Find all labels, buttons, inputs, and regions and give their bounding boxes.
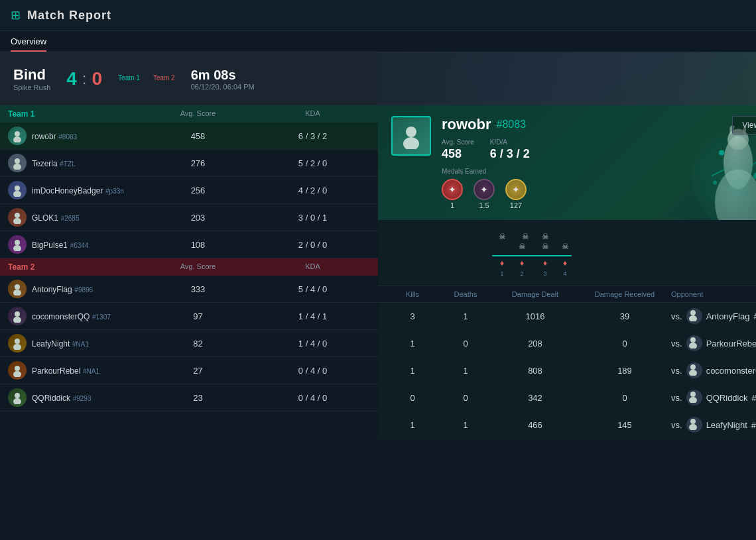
svg-text:☠: ☠: [498, 232, 505, 241]
team2-player-row[interactable]: LeafyNight #NA1 82 1 / 4 / 0: [0, 330, 378, 357]
player-tag: #TZL: [60, 160, 75, 168]
svg-point-52: [689, 315, 697, 321]
player-avatar: [8, 307, 27, 325]
team1-label: Team 1: [118, 74, 140, 81]
player-score: 256: [141, 186, 255, 195]
player-kda: 5 / 2 / 0: [255, 158, 370, 168]
score-labels: Team 1 Team 2: [118, 74, 175, 81]
medal-icon-3: ✦: [505, 179, 527, 200]
medal-3: ✦ 127: [505, 179, 527, 209]
player-name: BigPulse1: [32, 241, 68, 250]
player-name: imDocHoneyBadger: [32, 186, 103, 195]
stat-deaths: 1: [439, 366, 492, 376]
opponent-tag: #9896: [753, 311, 756, 321]
player-score: 27: [141, 366, 255, 376]
svg-point-11: [13, 290, 21, 296]
team2-players: AntonyFlag #9896 333 5 / 4 / 0 cocomonst…: [0, 276, 378, 411]
stat-dmg-dealt: 1016: [492, 311, 578, 321]
svg-text:☠: ☠: [518, 242, 525, 251]
player-tag: #6344: [70, 242, 89, 249]
player-kda: 0 / 4 / 0: [255, 393, 370, 403]
stats-table-row: 1 1 808 189 vs. cocomonsterQQ #1307: [378, 357, 756, 384]
team1-player-row[interactable]: BigPulse1 #6344 108 2 / 0 / 0: [0, 231, 378, 258]
team2-player-row[interactable]: QQRiddick #9293 23 0 / 4 / 0: [0, 384, 378, 411]
stat-kills: 1: [386, 420, 439, 430]
player-name-row: rowobr #8083: [442, 116, 756, 133]
svg-point-2: [15, 158, 20, 164]
vs-label: vs.: [671, 366, 682, 376]
medal-1: ✦ 1: [442, 179, 463, 209]
player-stats-row: Avg. Score 458 K/D/A 6 / 3 / 2: [442, 138, 756, 161]
player-card-header: rowobr #8083 Avg. Score 458 K/D/A 6 / 3 …: [378, 105, 756, 220]
svg-point-16: [15, 366, 20, 371]
player-tag: #8083: [58, 133, 77, 140]
team1-player-row[interactable]: rowobr #8083 458 6 / 3 / 2: [0, 123, 378, 150]
opponent-cell: vs. ParkourRebel #NA1: [671, 335, 756, 351]
tab-overview[interactable]: Overview: [11, 31, 46, 52]
player-info: rowobr #8083: [8, 127, 141, 145]
left-panel: Team 1 Avg. Score KDA rowobr #8083 458 6…: [0, 105, 378, 439]
player-name: rowobr: [32, 132, 56, 141]
player-avatar: [8, 208, 27, 227]
player-name: ParkourRebel: [32, 366, 80, 376]
team1-player-row[interactable]: Tezerla #TZL 276 5 / 2 / 0: [0, 150, 378, 177]
svg-point-34: [406, 127, 416, 137]
right-panel: rowobr #8083 Avg. Score 458 K/D/A 6 / 3 …: [378, 105, 756, 439]
col-opponent: Opponent: [671, 290, 756, 298]
svg-point-1: [13, 136, 21, 142]
stat-dmg-dealt: 342: [492, 393, 578, 403]
kda-value: 6 / 3 / 2: [490, 147, 530, 161]
svg-text:☠: ☠: [561, 242, 568, 251]
player-card-tag: #8083: [497, 119, 527, 131]
svg-point-5: [13, 191, 21, 197]
svg-text:☠: ☠: [541, 232, 548, 241]
stat-dmg-recv: 145: [578, 420, 671, 430]
player-card-name: rowobr: [442, 116, 491, 133]
stat-dmg-recv: 39: [578, 311, 671, 321]
medal-2: ✦ 1.5: [473, 179, 495, 209]
col-deaths: Deaths: [439, 290, 492, 298]
team1-player-row[interactable]: imDocHoneyBadger #p33n 256 4 / 2 / 0: [0, 177, 378, 204]
match-duration: 6m 08s: [191, 68, 255, 83]
view-profile-button[interactable]: View Profile: [732, 116, 756, 135]
opponent-cell: vs. AntonyFlag #9896: [671, 308, 756, 324]
team2-player-row[interactable]: AntonyFlag #9896 333 5 / 4 / 0: [0, 276, 378, 303]
team1-header: Team 1 Avg. Score KDA: [0, 105, 378, 123]
player-tag: #NA1: [72, 341, 89, 348]
stat-deaths: 1: [439, 420, 492, 430]
stat-dmg-dealt: 466: [492, 420, 578, 430]
vs-label: vs.: [671, 393, 682, 403]
score-block: 4 : 0: [66, 68, 102, 89]
stats-table-row: 1 0 208 0 vs. ParkourRebel #NA1: [378, 330, 756, 357]
team2-player-row[interactable]: ParkourRebel #NA1 27 0 / 4 / 0: [0, 357, 378, 384]
team2-player-row[interactable]: cocomonsterQQ #1307 97 1 / 4 / 1: [0, 303, 378, 330]
team1-player-row[interactable]: GLOK1 #2685 203 3 / 0 / 1: [0, 204, 378, 231]
svg-point-55: [690, 364, 696, 370]
svg-point-59: [690, 419, 696, 424]
player-info: cocomonsterQQ #1307: [8, 307, 141, 325]
player-name: cocomonsterQQ: [32, 312, 90, 321]
player-score: 23: [141, 393, 255, 403]
stats-table-row: 0 0 342 0 vs. QQRiddick #9293: [378, 384, 756, 411]
stat-deaths: 0: [439, 393, 492, 403]
col-dmg-recv: Damage Received: [578, 290, 671, 298]
team2-header: Team 2 Avg. Score KDA: [0, 258, 378, 276]
tabs-bar: Overview: [0, 31, 756, 52]
player-name: Tezerla: [32, 159, 58, 168]
player-avatar: [8, 280, 27, 298]
stat-dmg-dealt: 808: [492, 366, 578, 376]
player-info: GLOK1 #2685: [8, 208, 141, 227]
team2-col-score: Avg. Score: [141, 262, 255, 272]
team1-players: rowobr #8083 458 6 / 3 / 2 Tezerla #TZL …: [0, 123, 378, 258]
player-score: 333: [141, 284, 255, 294]
svg-point-18: [15, 393, 20, 398]
player-name: AntonyFlag: [32, 285, 72, 294]
main-content: Team 1 Avg. Score KDA rowobr #8083 458 6…: [0, 105, 756, 439]
app-header: ⊞ Match Report: [0, 0, 756, 31]
svg-point-19: [13, 398, 21, 404]
player-name: GLOK1: [32, 213, 58, 223]
opponent-avatar: [686, 362, 702, 378]
vs-label: vs.: [671, 311, 682, 321]
medal-value-1: 1: [450, 201, 454, 209]
stat-deaths: 0: [439, 339, 492, 349]
